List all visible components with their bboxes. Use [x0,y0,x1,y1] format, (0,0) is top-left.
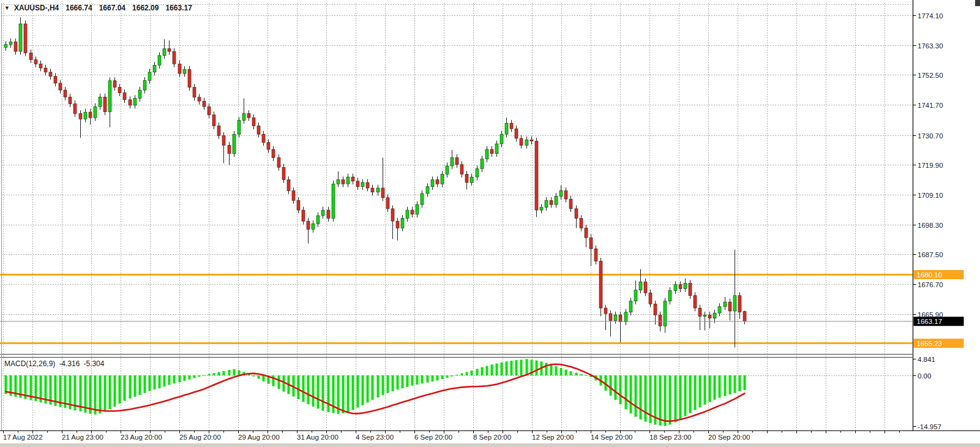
bear-candle [564,191,567,200]
bull-candle [668,291,671,301]
macd-histogram-bar [149,375,151,391]
bull-candle [441,175,444,184]
ohlc-low-value: 1662.09 [132,4,159,12]
bear-candle [73,104,77,114]
price-axis-label: 1709.10 [918,192,943,199]
bear-candle [188,69,191,87]
date-label: 17 Aug 2022 [3,434,43,441]
bull-candle [718,307,721,313]
macd-histogram-bar [352,375,354,410]
bull-candle [233,134,236,154]
bear-candle [455,157,458,164]
bull-candle [242,113,245,120]
bull-candle [525,140,528,145]
bull-candle [163,49,166,56]
macd-histogram-bar [491,364,493,375]
macd-histogram-bar [536,361,538,375]
bear-candle [14,42,17,51]
bull-candle [4,45,7,48]
bull-candle [555,197,558,205]
macd-histogram-bar [411,375,414,386]
bear-candle [277,157,280,167]
macd-histogram-bar [466,372,468,375]
bull-candle [495,144,498,154]
macd-histogram-bar [179,375,181,382]
macd-histogram-bar [406,375,409,387]
bear-candle [173,51,176,64]
macd-histogram-bar [278,375,280,389]
bear-candle [24,24,27,53]
bear-candle [129,100,132,105]
bear-candle [460,165,463,175]
bear-candle [649,293,652,304]
bear-candle [59,83,62,90]
bull-candle [713,313,716,318]
bear-candle [118,88,121,93]
macd-histogram-bar [258,375,260,379]
bull-candle [321,210,324,216]
bear-candle [743,312,746,321]
macd-histogram-bar [580,374,583,375]
macd-histogram-bar [456,375,458,375]
date-label: 25 Aug 20:00 [179,434,221,441]
macd-histogram-bar [432,375,434,381]
macd-histogram-bar [550,364,553,375]
bear-candle [217,126,220,136]
bear-candle [342,180,345,184]
bear-candle [228,145,231,154]
macd-histogram-bar [565,370,567,375]
macd-histogram-bar [124,375,126,401]
bear-candle [569,199,572,209]
symbol-dropdown-icon[interactable]: ▼ [4,5,10,11]
macd-histogram-bar [302,375,305,402]
bear-candle [212,115,215,126]
macd-histogram-bar [481,367,484,375]
bull-candle [451,157,454,166]
macd-histogram-bar [114,375,116,407]
macd-histogram-bar [734,375,736,393]
macd-histogram-bar [238,370,241,375]
bear-candle [689,283,692,295]
macd-histogram-bar [441,375,444,379]
macd-histogram-bar [664,375,667,426]
bull-candle [703,315,706,316]
bear-candle [222,135,225,145]
bull-candle [629,301,632,312]
bull-candle [332,184,335,218]
macd-histogram-bar [163,375,166,386]
macd-histogram-bar [486,366,488,375]
resistance-level-tag: 1680.10 [914,270,964,279]
macd-histogram-bar [625,375,627,410]
price-axis-label: 1676.70 [918,281,943,288]
date-label: 23 Aug 20:00 [121,434,162,441]
macd-histogram-bar [203,375,206,375]
bear-candle [54,77,57,83]
macd-histogram-bar [659,375,662,426]
macd-histogram-bar [421,375,424,383]
candlestick-chart-area[interactable]: 1774.101763.301752.501741.701730.701719.… [0,0,980,447]
bear-candle [39,64,42,68]
macd-histogram-bar [263,375,265,381]
macd-histogram-bar [397,375,399,389]
bull-candle [431,180,434,187]
macd-histogram-bar [585,375,588,375]
window-corner-artifact [975,0,980,6]
ohlc-open-value: 1666.74 [65,4,92,12]
bull-candle [559,191,563,197]
bear-candle [515,129,518,138]
macd-axis-label: -14.957 [918,423,941,430]
macd-histogram-bar [471,370,473,375]
bull-candle [545,200,548,207]
macd-histogram-bar [223,371,225,375]
macd-histogram-bar [427,375,429,383]
macd-histogram-bar [367,375,369,402]
bear-candle [411,210,414,214]
macd-histogram-bar [436,375,439,380]
price-axis-label: 1719.90 [918,162,943,169]
support-level-tag-text: 1655.23 [917,340,943,347]
bull-candle [624,312,627,322]
bear-candle [193,88,196,97]
ohlc-high-value: 1667.04 [99,4,125,12]
bull-candle [481,159,484,169]
window-bottom-strip [0,443,980,447]
